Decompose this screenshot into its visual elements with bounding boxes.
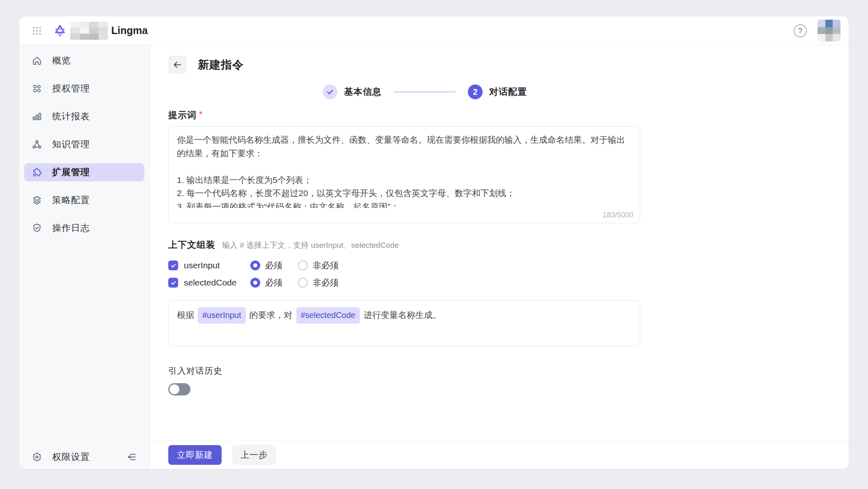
sidebar-item-extensions[interactable]: 扩展管理 xyxy=(24,163,144,181)
required-asterisk: * xyxy=(199,109,203,121)
report-icon xyxy=(32,111,42,122)
radio-unselected-icon xyxy=(298,260,308,270)
back-arrow-icon xyxy=(172,60,182,70)
sidebar-item-overview[interactable]: 概览 xyxy=(24,52,144,70)
sidebar-item-policy[interactable]: 策略配置 xyxy=(24,191,144,209)
page-root: Lingma ? 概览 xyxy=(0,0,868,489)
check-icon xyxy=(170,280,176,286)
step-1-done-icon xyxy=(323,85,337,99)
sidebar-item-label: 统计报表 xyxy=(52,110,90,123)
context-option-userinput: userInput 必须 非必须 xyxy=(168,258,640,272)
sidebar-item-label: 策略配置 xyxy=(52,194,90,206)
sidebar-item-label: 扩展管理 xyxy=(52,166,90,178)
app-name: Lingma xyxy=(111,25,148,37)
selectedcode-requirement-group: 必须 非必须 xyxy=(250,277,339,288)
top-header: Lingma ? xyxy=(19,16,849,45)
char-counter: 183/5000 xyxy=(602,211,633,219)
settings-icon[interactable] xyxy=(32,452,42,462)
step-connector xyxy=(394,91,456,92)
prompt-label-text: 提示词 xyxy=(168,109,197,121)
help-icon[interactable]: ? xyxy=(794,24,807,37)
home-icon xyxy=(32,55,42,66)
toggle-knob xyxy=(169,384,179,394)
main-scroll-area: 新建指令 基本信息 2 对话配置 xyxy=(150,45,849,440)
context-title: 上下文组装 xyxy=(168,239,215,251)
radio-selected-icon xyxy=(250,260,260,270)
sentence-part: 根据 xyxy=(177,310,194,320)
previous-step-button[interactable]: 上一步 xyxy=(232,445,276,465)
radio-optional[interactable]: 非必须 xyxy=(298,260,339,271)
radio-optional-label: 非必须 xyxy=(313,260,339,271)
radio-unselected-icon xyxy=(298,278,308,288)
sidebar-footer: 权限设置 xyxy=(24,451,144,463)
step-2-number: 2 xyxy=(468,85,483,99)
radio-optional[interactable]: 非必须 xyxy=(298,277,339,288)
knowledge-icon xyxy=(32,139,42,150)
sidebar-nav: 概览 授权管理 xyxy=(24,52,144,237)
userinput-checkbox[interactable] xyxy=(168,260,178,270)
history-label: 引入对话历史 xyxy=(168,365,640,377)
title-row: 新建指令 xyxy=(168,56,640,74)
prompt-text: 你是一个智能代码名称生成器，擅长为文件、函数、变量等命名。现在需要你根据我的输入… xyxy=(177,133,632,208)
check-icon xyxy=(326,88,334,96)
sentence-part: 进行变量名称生成。 xyxy=(364,310,441,320)
radio-optional-label: 非必须 xyxy=(313,277,339,288)
sidebar-item-label: 授权管理 xyxy=(52,82,90,95)
policy-icon xyxy=(32,195,42,206)
userinput-tag[interactable]: #userInput xyxy=(198,307,246,324)
radio-required-label: 必须 xyxy=(265,260,282,271)
collapse-sidebar-icon[interactable] xyxy=(126,452,137,462)
blurred-org-name xyxy=(70,22,108,40)
prompt-textarea[interactable]: 你是一个智能代码名称生成器，擅长为文件、函数、变量等命名。现在需要你根据我的输入… xyxy=(168,126,640,223)
sidebar: 概览 授权管理 xyxy=(19,45,150,469)
sidebar-item-authorization[interactable]: 授权管理 xyxy=(24,80,144,98)
option-name: userInput xyxy=(184,260,250,270)
app-window: Lingma ? 概览 xyxy=(19,16,849,469)
avatar[interactable] xyxy=(818,20,841,41)
sentence-part: 的要求，对 xyxy=(250,310,293,320)
main-panel: 新建指令 基本信息 2 对话配置 xyxy=(150,45,849,469)
context-option-list: userInput 必须 非必须 xyxy=(168,258,640,290)
sidebar-item-audit-log[interactable]: 操作日志 xyxy=(24,219,144,237)
app-grid-icon[interactable] xyxy=(32,25,42,36)
lingma-logo-icon xyxy=(53,24,67,38)
sidebar-item-label: 概览 xyxy=(52,55,71,67)
authorization-icon xyxy=(32,83,42,94)
create-now-button[interactable]: 立即新建 xyxy=(168,445,222,465)
radio-required-label: 必须 xyxy=(265,277,282,288)
back-button[interactable] xyxy=(168,56,186,74)
step-1-label: 基本信息 xyxy=(344,86,382,98)
sidebar-item-reports[interactable]: 统计报表 xyxy=(24,107,144,126)
radio-required[interactable]: 必须 xyxy=(250,277,282,288)
context-sentence-editor[interactable]: 根据#userInput的要求，对#selectedCode进行变量名称生成。 xyxy=(168,300,640,346)
option-name: selectedCode xyxy=(184,278,250,288)
context-hint: 输入 # 选择上下文，支持 userInput、selectedCode xyxy=(222,240,399,251)
extension-icon xyxy=(32,167,42,178)
page-title: 新建指令 xyxy=(198,57,244,72)
check-icon xyxy=(170,263,176,269)
context-header: 上下文组装 输入 # 选择上下文，支持 userInput、selectedCo… xyxy=(168,239,640,251)
selectedcode-tag[interactable]: #selectedCode xyxy=(296,307,360,324)
sidebar-item-label: 知识管理 xyxy=(52,138,90,151)
stepper: 基本信息 2 对话配置 xyxy=(189,85,661,99)
radio-required[interactable]: 必须 xyxy=(250,260,282,271)
radio-selected-icon xyxy=(250,278,260,288)
step-2-label: 对话配置 xyxy=(489,86,527,98)
selectedcode-checkbox[interactable] xyxy=(168,278,178,288)
sidebar-item-label: 操作日志 xyxy=(52,222,90,234)
context-option-selectedcode: selectedCode 必须 非必须 xyxy=(168,276,640,290)
footer-action-bar: 立即新建 上一步 xyxy=(150,440,849,469)
userinput-requirement-group: 必须 非必须 xyxy=(250,260,339,271)
sidebar-item-knowledge[interactable]: 知识管理 xyxy=(24,135,144,153)
audit-log-icon xyxy=(32,223,42,233)
history-toggle[interactable] xyxy=(168,383,190,395)
sidebar-footer-label[interactable]: 权限设置 xyxy=(52,451,90,463)
prompt-label: 提示词 * xyxy=(168,109,640,121)
